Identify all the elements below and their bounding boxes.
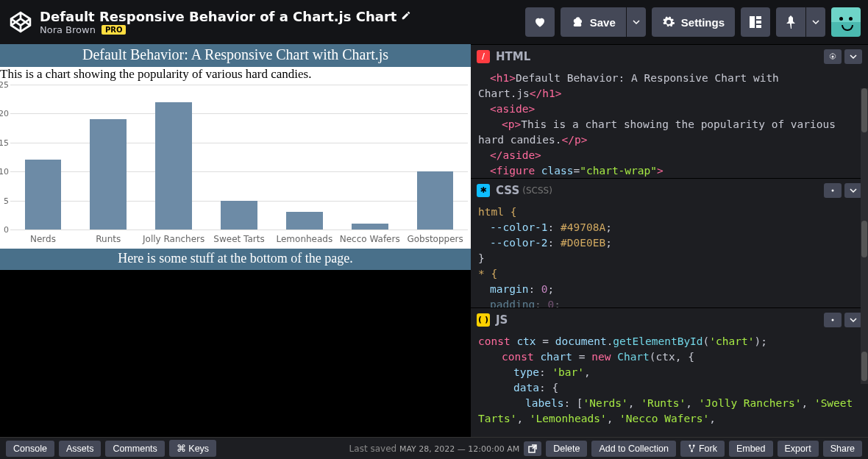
y-axis: 0510152025	[0, 85, 10, 230]
css-chevron-icon[interactable]	[844, 183, 862, 198]
app-footer: Console Assets Comments ⌘ Keys Last save…	[0, 437, 868, 459]
x-axis: NerdsRuntsJolly RanchersSweet TartsLemon…	[10, 234, 468, 244]
svg-rect-0	[750, 16, 755, 28]
js-panel: ( ) JS const ctx = document.getElementBy…	[471, 307, 868, 437]
app-header: Default Responsive Behavior of a Chart.j…	[0, 0, 868, 44]
css-settings-icon[interactable]	[824, 183, 842, 198]
x-label: Runts	[76, 234, 141, 244]
console-button[interactable]: Console	[6, 441, 54, 457]
codepen-logo[interactable]	[7, 9, 34, 35]
title-block: Default Responsive Behavior of a Chart.j…	[40, 9, 519, 35]
open-new-window-icon[interactable]	[524, 441, 541, 456]
x-label: Nerds	[10, 234, 76, 244]
like-button[interactable]	[525, 7, 555, 37]
bars	[10, 85, 468, 230]
svg-rect-3	[756, 25, 761, 28]
editors: / HTML <h1>Default Behavior: A Responsiv…	[471, 44, 868, 437]
bar	[417, 171, 454, 230]
pro-badge: PRO	[102, 25, 127, 35]
svg-point-5	[832, 189, 834, 191]
embed-button[interactable]: Embed	[729, 441, 773, 457]
svg-rect-2	[756, 21, 761, 24]
save-button[interactable]: Save	[561, 7, 626, 37]
bar	[90, 119, 127, 230]
js-panel-label[interactable]: JS	[496, 313, 508, 327]
svg-point-6	[832, 319, 834, 321]
bar	[221, 201, 257, 230]
js-badge-icon: ( )	[477, 313, 490, 327]
bar	[155, 102, 192, 230]
avatar[interactable]	[831, 7, 861, 37]
last-saved: Last saved MAY 28, 2022 — 12:00:00 AM	[349, 444, 520, 454]
settings-label: Settings	[681, 16, 725, 29]
add-collection-button[interactable]: Add to Collection	[591, 441, 676, 457]
js-settings-icon[interactable]	[824, 313, 842, 327]
x-label: Lemonheads	[271, 234, 337, 244]
css-panel-sub: (SCSS)	[522, 185, 552, 196]
preview-pane: Default Behavior: A Responsive Chart wit…	[0, 44, 471, 437]
html-code-editor[interactable]: <h1>Default Behavior: A Responsive Chart…	[471, 68, 868, 178]
js-code-editor[interactable]: const ctx = document.getElementById('cha…	[471, 331, 868, 437]
html-settings-icon[interactable]	[824, 49, 842, 64]
css-code-editor[interactable]: html { --color-1: #49708A; --color-2: #D…	[471, 202, 868, 307]
chart: 0510152025 NerdsRuntsJolly RanchersSweet…	[0, 82, 471, 249]
pen-title[interactable]: Default Responsive Behavior of a Chart.j…	[40, 9, 396, 24]
bar	[25, 160, 62, 230]
layout-button[interactable]	[741, 7, 770, 37]
html-chevron-icon[interactable]	[844, 49, 862, 64]
save-menu-button[interactable]	[627, 7, 646, 37]
css-panel-label[interactable]: CSS	[496, 184, 519, 197]
preview-footer: Here is some stuff at the bottom of the …	[0, 249, 471, 270]
x-label: Jolly Ranchers	[141, 234, 207, 244]
css-badge-icon: ✱	[477, 184, 490, 197]
keys-button[interactable]: ⌘ Keys	[169, 440, 216, 457]
x-label: Necco Wafers	[337, 234, 402, 244]
save-label: Save	[590, 16, 616, 29]
js-chevron-icon[interactable]	[844, 313, 862, 327]
export-button[interactable]: Export	[778, 441, 819, 457]
bar	[352, 224, 388, 230]
delete-button[interactable]: Delete	[546, 441, 587, 457]
svg-rect-1	[756, 16, 761, 19]
comments-button[interactable]: Comments	[105, 441, 164, 457]
pin-menu-button[interactable]	[806, 7, 825, 37]
share-button[interactable]: Share	[823, 441, 862, 457]
html-badge-icon: /	[477, 50, 490, 63]
css-panel: ✱ CSS (SCSS) html { --color-1: #49708A; …	[471, 178, 868, 307]
assets-button[interactable]: Assets	[59, 441, 102, 457]
x-label: Sweet Tarts	[207, 234, 272, 244]
x-label: Gobstoppers	[402, 234, 468, 244]
editor-scrollbar[interactable]	[861, 88, 868, 384]
bar	[286, 212, 323, 230]
edit-title-icon[interactable]	[401, 10, 411, 24]
pin-button[interactable]	[776, 7, 805, 37]
preview-desc: This is a chart showing the popularity o…	[0, 67, 471, 82]
html-panel: / HTML <h1>Default Behavior: A Responsiv…	[471, 44, 868, 178]
svg-point-10	[691, 450, 693, 452]
preview-title: Default Behavior: A Responsive Chart wit…	[0, 44, 471, 67]
html-panel-label[interactable]: HTML	[496, 50, 530, 63]
fork-button[interactable]: Fork	[680, 441, 725, 457]
settings-button[interactable]: Settings	[652, 7, 735, 37]
author-name[interactable]: Nora Brown	[40, 24, 96, 35]
svg-point-4	[832, 55, 834, 57]
